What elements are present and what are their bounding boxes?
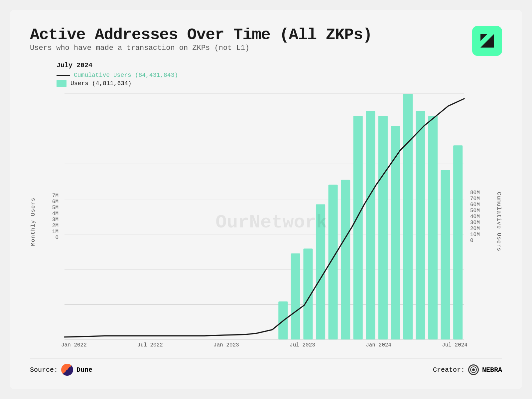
y-axis-left-label: Monthly Users [30,198,36,246]
svg-rect-24 [453,145,463,339]
y-tick-left: 3M [52,217,61,223]
title-area: Active Addresses Over Time (All ZKPs) Us… [30,26,372,59]
y-tick-left: 0 [55,235,61,241]
svg-rect-15 [341,180,350,339]
svg-rect-23 [441,170,450,339]
x-tick: Jan 2022 [61,342,87,348]
header: Active Addresses Over Time (All ZKPs) Us… [30,26,502,59]
main-card: Active Addresses Over Time (All ZKPs) Us… [10,10,522,389]
source-label: Source: [30,366,58,374]
source-name: Dune [76,366,92,374]
svg-rect-22 [428,116,438,339]
svg-rect-20 [403,94,413,339]
logo-box [472,26,502,56]
legend-users-label: Users (4,811,634) [70,80,132,87]
chart-container: July 2024 Cumulative Users (84,431,843) … [30,62,502,353]
source-area: Source: Dune [30,364,92,376]
right-axis-wrapper: 80M70M60M50M40M30M20M10M0 Cumulative Use… [467,90,502,353]
y-tick-left: 7M [52,193,61,199]
legend-cumulative-label: Cumulative Users (84,431,843) [74,72,178,78]
svg-rect-14 [329,185,338,339]
y-tick-left: 2M [52,223,61,229]
svg-rect-18 [378,116,388,339]
page-title: Active Addresses Over Time (All ZKPs) [30,26,372,44]
legend-line-icon [57,75,70,76]
dune-logo-icon [61,364,73,376]
footer: Source: Dune Creator: NEBRA [30,358,502,376]
y-tick-left: 4M [52,211,61,217]
y-tick-right: 50M [467,208,480,214]
svg-rect-21 [416,111,425,339]
x-tick: Jul 2023 [290,342,315,348]
logo-icon [479,33,495,49]
y-tick-right: 80M [467,190,480,196]
svg-rect-17 [366,111,375,339]
y-axis-right: 80M70M60M50M40M30M20M10M0 [467,187,494,257]
left-axis-wrapper: Monthly Users 7M6M5M4M3M2M1M0 [30,90,61,353]
x-tick: Jan 2023 [213,342,239,348]
y-tick-right: 60M [467,202,480,208]
y-tick-right: 70M [467,196,480,202]
y-tick-right: 30M [467,220,480,226]
y-tick-right: 40M [467,214,480,220]
chart-inner: OurNetwork Jan 2022Jul 2022Jan 2023Jul 2… [61,90,467,353]
legend-cumulative: Cumulative Users (84,431,843) [57,72,502,78]
y-tick-right: 10M [467,232,480,238]
svg-rect-11 [291,253,300,339]
legend-items: Cumulative Users (84,431,843) Users (4,8… [57,72,502,87]
legend-bar-icon [57,80,66,87]
y-axis-right-label: Cumulative Users [496,192,502,251]
period-label: July 2024 [57,62,502,69]
y-tick-right: 20M [467,226,480,232]
chart-svg: OurNetwork [61,90,467,353]
y-tick-left: 5M [52,205,61,211]
creator-name: NEBRA [482,366,502,374]
x-tick: Jul 2022 [137,342,163,348]
y-axis-left: 7M6M5M4M3M2M1M0 [38,190,61,254]
x-axis: Jan 2022Jul 2022Jan 2023Jul 2023Jan 2024… [61,339,467,353]
legend-users: Users (4,811,634) [57,80,502,87]
y-tick-right: 0 [467,238,473,244]
subtitle: Users who have made a transaction on ZKP… [30,44,372,52]
svg-text:OurNetwork: OurNetwork [215,212,327,233]
legend-area: July 2024 Cumulative Users (84,431,843) … [57,62,502,87]
creator-label: Creator: [433,366,465,374]
creator-area: Creator: NEBRA [433,364,502,375]
svg-marker-1 [480,34,487,41]
chart-area: Monthly Users 7M6M5M4M3M2M1M0 OurNetwork… [30,90,502,353]
svg-rect-16 [353,116,363,339]
svg-point-27 [472,368,475,371]
y-tick-left: 1M [52,229,61,235]
x-tick: Jul 2024 [442,342,467,348]
x-tick: Jan 2024 [366,342,391,348]
y-tick-left: 6M [52,199,61,205]
nebra-logo-icon [468,364,479,375]
